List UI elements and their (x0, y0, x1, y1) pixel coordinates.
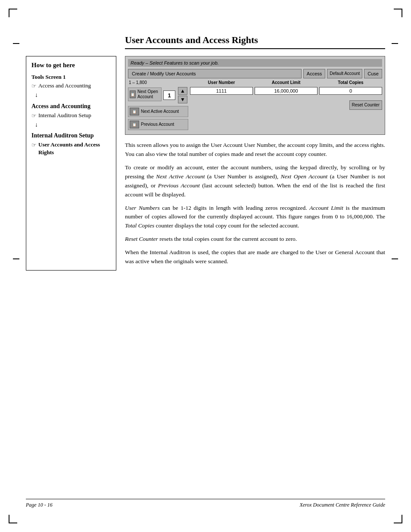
previous-label: Previous Account (141, 122, 174, 127)
sidebar-section2-title: Access and Accounting (31, 102, 111, 111)
total-copies-header: Total Copies (319, 80, 382, 85)
screen-status-bar: Ready – Select Features to scan your job… (128, 59, 382, 67)
next-active-account-row: 📋 Next Active Account (128, 106, 188, 117)
next-active-label: Next Active Account (141, 109, 179, 114)
previous-account-italic: Previous Account (158, 182, 200, 189)
page-title: User Accounts and Access Rights (125, 34, 385, 49)
reset-counter-italic: Reset Counter (125, 236, 158, 242)
access-button[interactable]: Access (303, 69, 325, 78)
arrow-down-button[interactable]: ▼ (178, 96, 187, 103)
sidebar-title: How to get here (31, 61, 111, 70)
arrows-col: ▲ ▼ (177, 86, 188, 104)
body-para4-rest: resets the total copies count for the cu… (158, 236, 297, 242)
two-column-layout: How to get here Tools Screen 1 ☞ Access … (26, 56, 385, 271)
close-button[interactable]: Cuse (364, 69, 382, 78)
next-open-account-row: 📋 Next Open Account (128, 87, 162, 101)
body-para3-mid: can be 1-12 digits in length with leadin… (160, 205, 310, 211)
margin-mark-lm (13, 258, 19, 259)
body-para-2: To create or modify an account, enter th… (125, 163, 385, 199)
sidebar-icon-3: ☞ (31, 141, 37, 149)
corner-mark-br (394, 515, 402, 523)
content-area: User Accounts and Access Rights How to g… (26, 34, 385, 271)
sidebar-item-internal-auditron: ☞ Internal Auditron Setup (31, 112, 111, 120)
user-number-value: 1111 (190, 87, 253, 95)
previous-icon: 📋 (130, 121, 139, 128)
sidebar-item-user-accounts: ☞ User Accounts and Access Rights (31, 141, 111, 156)
screen-ui-mockup: Ready – Select Features to scan your job… (125, 56, 385, 135)
screen-accounts-col: 1 – 1,800 📋 Next Open Account 1 ▲ ▼ (128, 80, 188, 132)
next-open-italic: Next Open Account (281, 173, 328, 180)
next-open-label: Next Open Account (137, 89, 160, 100)
body-para-5: When the Internal Auditron is used, the … (125, 248, 385, 266)
screen-body: 1 – 1,800 📋 Next Open Account 1 ▲ ▼ (128, 80, 382, 132)
next-active-italic: Next Active Account (156, 173, 205, 180)
screen-top-row: Create / Modify User Accounts Access Def… (128, 69, 382, 78)
screen-range-label: 1 – 1,800 (128, 80, 188, 85)
how-to-get-here-sidebar: How to get here Tools Screen 1 ☞ Access … (26, 56, 116, 271)
body-para-4: Reset Counter resets the total copies co… (125, 235, 385, 244)
body-para3-end: counter displays the total copy count fo… (154, 222, 299, 229)
user-numbers-italic: User Numbers (125, 205, 160, 211)
arrow-up-button[interactable]: ▲ (178, 87, 187, 95)
create-modify-button[interactable]: Create / Modify User Accounts (128, 69, 302, 78)
next-open-icon: 📋 (130, 90, 136, 98)
sidebar-label-1: Access and Accounting (38, 82, 91, 90)
footer-guide-title: Xerox Document Centre Reference Guide (299, 502, 385, 508)
next-active-icon: 📋 (130, 108, 139, 115)
sidebar-tools-screen-label: Tools Screen 1 (31, 73, 111, 81)
account-number-display: 1 (163, 90, 175, 100)
page-footer: Page 10 - 16 Xerox Document Centre Refer… (26, 499, 385, 508)
footer-page-number: Page 10 - 16 (26, 502, 53, 508)
account-limit-header: Account Limit (255, 80, 318, 85)
sidebar-arrow-1: ↓ (35, 91, 111, 100)
screen-values-row: 1111 16,000,000 0 (190, 87, 382, 95)
account-limit-value: 16,000,000 (255, 87, 318, 95)
margin-mark-rm (392, 258, 398, 259)
body-para-1: This screen allows you to assign the Use… (125, 141, 385, 159)
previous-account-row: 📋 Previous Account (128, 119, 188, 130)
body-para-3: User Numbers can be 1-12 digits in lengt… (125, 204, 385, 231)
screen-column-headers: User Number Account Limit Total Copies (190, 80, 382, 85)
sidebar-label-3: User Accounts and Access Rights (38, 141, 111, 156)
sidebar-section3-title: Internal Auditron Setup (31, 131, 111, 140)
total-copies-italic: Total Copies (125, 222, 154, 229)
reset-counter-button[interactable]: Reset Counter (349, 100, 382, 110)
corner-mark-bl (9, 515, 17, 523)
screen-values-section: User Number Account Limit Total Copies 1… (190, 80, 382, 132)
margin-mark-rt (392, 43, 398, 44)
main-content: Ready – Select Features to scan your job… (125, 56, 385, 271)
account-limit-italic: Account Limit (309, 205, 343, 211)
total-copies-value: 0 (319, 87, 382, 95)
sidebar-icon-2: ☞ (31, 112, 37, 120)
sidebar-arrow-2: ↓ (35, 121, 111, 129)
corner-mark-tr (394, 9, 402, 17)
user-number-header: User Number (190, 80, 253, 85)
margin-mark-lt (13, 43, 19, 44)
sidebar-icon-1: ☞ (31, 82, 37, 90)
default-account-button[interactable]: Default Account (327, 69, 362, 78)
sidebar-item-access-accounting: ☞ Access and Accounting (31, 82, 111, 90)
sidebar-label-2: Internal Auditron Setup (38, 112, 91, 119)
corner-mark-tl (9, 9, 17, 17)
